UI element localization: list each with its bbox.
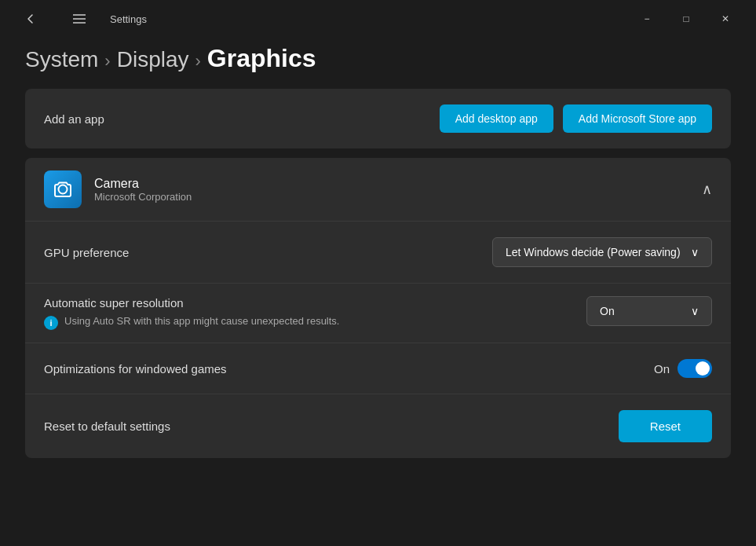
breadcrumb-sep2: › — [195, 51, 201, 71]
reset-row: Reset to default settings Reset — [25, 394, 731, 458]
gpu-preference-dropdown[interactable]: Let Windows decide (Power saving) ∨ — [492, 237, 712, 267]
breadcrumb: System › Display › Graphics — [0, 38, 756, 89]
maximize-button[interactable]: □ — [668, 6, 704, 31]
camera-app-section: Camera Microsoft Corporation ∧ GPU prefe… — [25, 158, 731, 458]
auto-sr-desc: i Using Auto SR with this app might caus… — [44, 314, 586, 330]
gpu-preference-row: GPU preference Let Windows decide (Power… — [25, 222, 731, 284]
dropdown-chevron-icon: ∨ — [691, 246, 699, 258]
windowed-games-row: Optimizations for windowed games On — [25, 343, 731, 394]
title-bar-controls: − □ ✕ — [629, 6, 743, 31]
auto-sr-title: Automatic super resolution — [44, 296, 586, 310]
app-name: Camera — [94, 177, 192, 191]
back-button[interactable] — [13, 6, 49, 31]
auto-sr-dropdown[interactable]: On ∨ — [586, 296, 712, 326]
add-store-app-button[interactable]: Add Microsoft Store app — [563, 104, 712, 133]
add-app-label: Add an app — [44, 112, 104, 126]
add-desktop-app-button[interactable]: Add desktop app — [440, 104, 553, 133]
svg-point-3 — [59, 185, 68, 194]
breadcrumb-sep1: › — [104, 51, 110, 71]
breadcrumb-display[interactable]: Display — [117, 47, 189, 72]
window-title: Settings — [110, 13, 147, 25]
windowed-games-label: Optimizations for windowed games — [44, 362, 227, 376]
windowed-games-toggle-wrapper: On — [654, 359, 712, 378]
minimize-button[interactable]: − — [629, 6, 665, 31]
auto-sr-description: Using Auto SR with this app might cause … — [64, 314, 339, 328]
auto-sr-value: On — [600, 305, 615, 317]
add-app-section: Add an app Add desktop app Add Microsoft… — [25, 89, 731, 148]
app-info: Camera Microsoft Corporation — [44, 170, 192, 208]
reset-label: Reset to default settings — [44, 420, 170, 433]
main-content: Add an app Add desktop app Add Microsoft… — [0, 89, 756, 458]
collapse-button[interactable]: ∧ — [702, 181, 712, 198]
auto-sr-chevron-icon: ∨ — [691, 305, 699, 317]
close-button[interactable]: ✕ — [707, 6, 743, 31]
gpu-preference-value: Let Windows decide (Power saving) — [506, 246, 681, 258]
windowed-games-toggle[interactable] — [677, 359, 712, 378]
breadcrumb-system[interactable]: System — [25, 47, 98, 72]
menu-button[interactable] — [61, 6, 97, 31]
app-publisher: Microsoft Corporation — [94, 191, 192, 203]
title-bar-left: Settings — [13, 6, 147, 31]
reset-button[interactable]: Reset — [619, 410, 712, 442]
add-app-buttons: Add desktop app Add Microsoft Store app — [440, 104, 712, 133]
info-icon: i — [44, 316, 58, 330]
breadcrumb-current: Graphics — [207, 44, 316, 73]
auto-sr-row: Automatic super resolution i Using Auto … — [25, 284, 731, 343]
auto-sr-left: Automatic super resolution i Using Auto … — [44, 296, 586, 330]
app-details: Camera Microsoft Corporation — [94, 177, 192, 203]
toggle-slider — [677, 359, 712, 378]
app-header: Camera Microsoft Corporation ∧ — [25, 158, 731, 222]
gpu-preference-label: GPU preference — [44, 246, 129, 259]
title-bar: Settings − □ ✕ — [0, 0, 756, 38]
windowed-games-toggle-label: On — [654, 362, 670, 376]
camera-app-icon — [44, 170, 82, 208]
